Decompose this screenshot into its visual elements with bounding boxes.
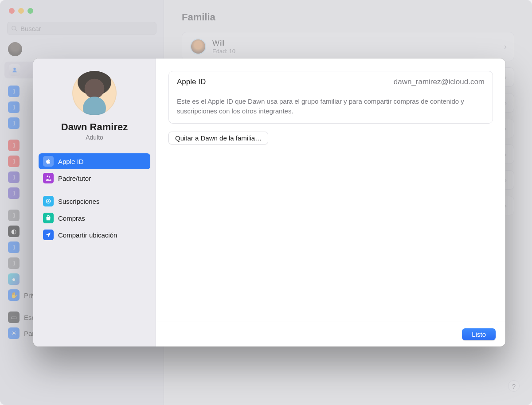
sidebar-item-label: Apple ID [58, 158, 84, 165]
avatar-icon [72, 71, 117, 115]
parent-icon [43, 173, 54, 183]
profile-name: Dawn Ramirez [42, 121, 147, 133]
profile-role: Adulto [42, 134, 147, 141]
sidebar-item-apple-id[interactable]: Apple ID [39, 153, 150, 169]
bag-icon [43, 213, 54, 223]
remove-from-family-button[interactable]: Quitar a Dawn de la familia… [168, 132, 268, 144]
sidebar-item-subscriptions[interactable]: Suscripciones [39, 193, 150, 209]
sheet-main: Apple ID dawn_ramirez@icloud.com Este es… [156, 58, 505, 347]
sheet-sidebar: Dawn Ramirez Adulto Apple ID Padre/tutor [33, 58, 156, 347]
family-member-sheet: Dawn Ramirez Adulto Apple ID Padre/tutor [33, 58, 505, 347]
apple-icon [43, 156, 54, 167]
sidebar-item-share-location[interactable]: Compartir ubicación [39, 227, 150, 243]
sidebar-item-label: Compras [58, 214, 85, 222]
apple-id-value: dawn_ramirez@icloud.com [394, 78, 485, 86]
button-label: Listo [472, 331, 486, 338]
apple-id-panel: Apple ID dawn_ramirez@icloud.com Este es… [168, 71, 493, 124]
sheet-footer: Listo [156, 322, 505, 347]
location-arrow-icon [43, 230, 54, 240]
panel-description: Este es el Apple ID que Dawn usa para el… [169, 92, 493, 123]
sidebar-item-parent-guardian[interactable]: Padre/tutor [39, 170, 150, 186]
button-label: Quitar a Dawn de la familia… [175, 134, 262, 142]
plus-circle-icon [43, 196, 54, 206]
panel-label: Apple ID [177, 78, 206, 86]
sidebar-item-label: Suscripciones [58, 198, 99, 205]
sidebar-item-label: Padre/tutor [58, 175, 91, 182]
done-button[interactable]: Listo [462, 328, 496, 340]
sidebar-item-label: Compartir ubicación [58, 231, 117, 239]
sidebar-item-purchases[interactable]: Compras [39, 210, 150, 226]
profile-header: Dawn Ramirez Adulto [39, 71, 150, 147]
